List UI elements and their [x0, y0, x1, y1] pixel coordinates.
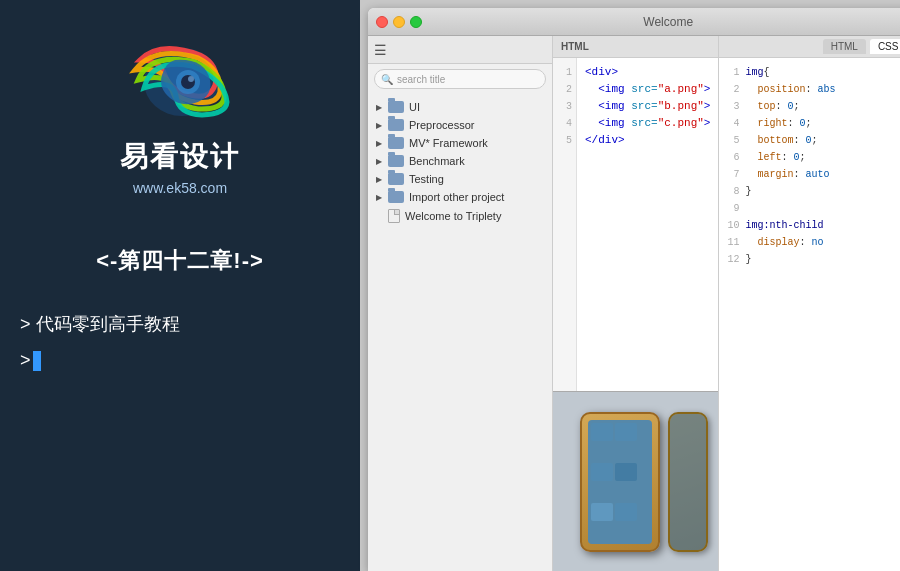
app-window: Welcome ☰ 🔍 search title ▶ UI — [368, 8, 900, 571]
subtitle-line1: > 代码零到高手教程 — [20, 306, 180, 342]
close-button[interactable] — [376, 16, 388, 28]
folder-icon-import — [388, 191, 404, 203]
code-line-1: <div> — [585, 64, 710, 81]
tree-label-ui: UI — [409, 101, 420, 113]
window-title: Welcome — [430, 15, 900, 29]
folder-icon-testing — [388, 173, 404, 185]
traffic-lights — [376, 16, 422, 28]
html-code-content: <div> <img src="a.png"> <img src="b.png"… — [577, 58, 718, 391]
html-line-numbers: 1 2 3 4 5 — [553, 58, 577, 391]
code-line-3: <img src="b.png"> — [585, 98, 710, 115]
right-panel: Welcome ☰ 🔍 search title ▶ UI — [360, 0, 900, 571]
bottom-image-area — [553, 391, 718, 571]
logo-area: 易看设计 www.ek58.com — [120, 30, 240, 226]
tab-css[interactable]: CSS — [870, 39, 900, 54]
tree-arrow-pre: ▶ — [376, 121, 384, 130]
css-line-10: 10 img:nth-child — [725, 217, 900, 234]
app-body: ☰ 🔍 search title ▶ UI ▶ — [368, 36, 900, 571]
brand-chinese: 易看设计 — [120, 138, 240, 176]
sidebar-item-preprocessor[interactable]: ▶ Preprocessor — [368, 116, 552, 134]
title-bar: Welcome — [368, 8, 900, 36]
tree-arrow-import: ▶ — [376, 193, 384, 202]
css-line-1: 1 img{ — [725, 64, 900, 81]
folder-icon-bench — [388, 155, 404, 167]
game-card-partial — [668, 412, 708, 552]
code-line-5: </div> — [585, 132, 710, 149]
tree-arrow-mv: ▶ — [376, 139, 384, 148]
search-placeholder: search title — [397, 74, 445, 85]
subtitle-line2: > — [20, 342, 180, 378]
css-line-8: 8 } — [725, 183, 900, 200]
tree-arrow-testing: ▶ — [376, 175, 384, 184]
sidebar-item-mv[interactable]: ▶ MV* Framework — [368, 134, 552, 152]
tree-arrow-bench: ▶ — [376, 157, 384, 166]
html-code-area: 1 2 3 4 5 <div> <img src="a.png"> <img s… — [553, 58, 718, 391]
sidebar-toolbar: ☰ — [368, 36, 552, 64]
css-line-12: 12 } — [725, 251, 900, 268]
css-line-4: 4 right: 0; — [725, 115, 900, 132]
folder-icon-ui — [388, 101, 404, 113]
game-card-inner — [588, 420, 652, 544]
sidebar-item-import[interactable]: ▶ Import other project — [368, 188, 552, 206]
code-line-4: <img src="c.png"> — [585, 115, 710, 132]
search-box[interactable]: 🔍 search title — [374, 69, 546, 89]
tab-html[interactable]: HTML — [823, 39, 866, 54]
chapter-label: <-第四十二章!-> — [96, 246, 264, 276]
tree-label-bench: Benchmark — [409, 155, 465, 167]
css-tabs: HTML CSS — [823, 39, 900, 54]
svg-point-3 — [188, 76, 194, 82]
subtitle-block: > 代码零到高手教程 > — [20, 306, 180, 378]
sidebar-item-benchmark[interactable]: ▶ Benchmark — [368, 152, 552, 170]
maximize-button[interactable] — [410, 16, 422, 28]
search-icon: 🔍 — [381, 74, 393, 85]
tree-arrow-ui: ▶ — [376, 103, 384, 112]
css-tab-bar: HTML CSS — [719, 36, 900, 58]
css-line-5: 5 bottom: 0; — [725, 132, 900, 149]
logo-icon — [120, 30, 240, 130]
html-tab-bar: HTML — [553, 36, 718, 58]
tree-label-import: Import other project — [409, 191, 504, 203]
tree-label-testing: Testing — [409, 173, 444, 185]
tree-label-mv: MV* Framework — [409, 137, 488, 149]
game-card — [580, 412, 660, 552]
html-tab-label: HTML — [561, 41, 589, 52]
css-line-11: 11 display: no — [725, 234, 900, 251]
tree-label-welcome: Welcome to Triplety — [405, 210, 501, 222]
brand-url: www.ek58.com — [133, 180, 227, 196]
css-panel: HTML CSS 1 img{ 2 position: abs 3 — [719, 36, 900, 571]
cursor — [33, 351, 41, 371]
sidebar-item-ui[interactable]: ▶ UI — [368, 98, 552, 116]
minimize-button[interactable] — [393, 16, 405, 28]
sidebar-item-welcome[interactable]: ▶ Welcome to Triplety — [368, 206, 552, 226]
sidebar-item-testing[interactable]: ▶ Testing — [368, 170, 552, 188]
css-line-6: 6 left: 0; — [725, 149, 900, 166]
css-line-3: 3 top: 0; — [725, 98, 900, 115]
sidebar: ☰ 🔍 search title ▶ UI ▶ — [368, 36, 553, 571]
folder-icon-pre — [388, 119, 404, 131]
css-line-2: 2 position: abs — [725, 81, 900, 98]
left-panel: 易看设计 www.ek58.com <-第四十二章!-> > 代码零到高手教程 … — [0, 0, 360, 571]
css-line-9: 9 — [725, 200, 900, 217]
folder-icon-mv — [388, 137, 404, 149]
css-line-7: 7 margin: auto — [725, 166, 900, 183]
css-code-area: 1 img{ 2 position: abs 3 top: 0; 4 right… — [719, 58, 900, 571]
file-icon-welcome — [388, 209, 400, 223]
code-line-2: <img src="a.png"> — [585, 81, 710, 98]
hamburger-icon[interactable]: ☰ — [374, 42, 387, 58]
tree-items: ▶ UI ▶ Preprocessor ▶ MV* Framework — [368, 94, 552, 571]
html-panel: HTML 1 2 3 4 5 <div> <img src="a.png"> — [553, 36, 718, 391]
tree-label-pre: Preprocessor — [409, 119, 474, 131]
